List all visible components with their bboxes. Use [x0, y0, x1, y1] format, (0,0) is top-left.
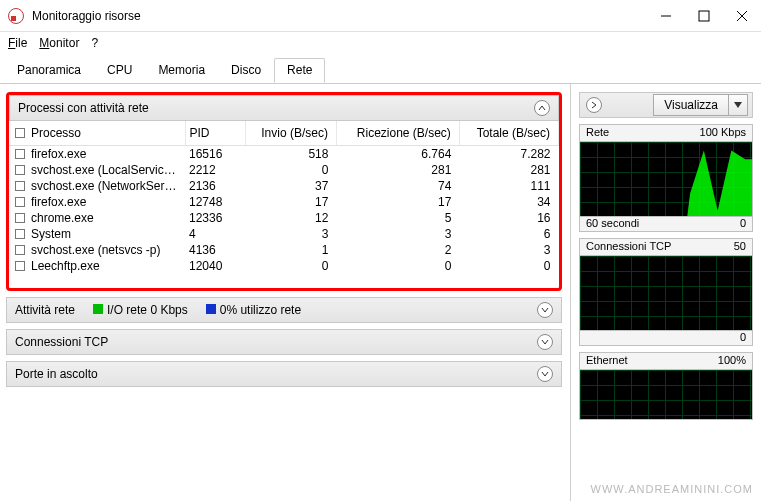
col-pid[interactable]: PID	[185, 121, 245, 146]
close-button[interactable]	[735, 9, 749, 23]
tab-memoria[interactable]: Memoria	[145, 58, 218, 83]
checkbox-icon[interactable]	[15, 149, 25, 159]
table-row[interactable]: firefox.exe12748171734	[9, 194, 559, 210]
table-row[interactable]: chrome.exe1233612516	[9, 210, 559, 226]
chevron-up-icon[interactable]	[534, 100, 550, 116]
section-tcp-title: Connessioni TCP	[15, 335, 108, 349]
io-swatch-icon	[93, 304, 103, 314]
checkbox-icon[interactable]	[15, 197, 25, 207]
menu-help[interactable]: ?	[91, 36, 98, 50]
checkbox-icon[interactable]	[15, 245, 25, 255]
chevron-down-icon[interactable]	[537, 366, 553, 382]
col-total[interactable]: Totale (B/sec)	[459, 121, 558, 146]
table-row[interactable]: System4336	[9, 226, 559, 242]
chart-rete: Rete100 Kbps 60 secondi0	[579, 124, 753, 232]
checkbox-icon[interactable]	[15, 213, 25, 223]
section-listen[interactable]: Porte in ascolto	[6, 361, 562, 387]
process-table: Processo PID Invio (B/sec) Ricezione (B/…	[9, 121, 559, 274]
col-recv[interactable]: Ricezione (B/sec)	[336, 121, 459, 146]
tab-disco[interactable]: Disco	[218, 58, 274, 83]
tab-panoramica[interactable]: Panoramica	[4, 58, 94, 83]
app-icon	[8, 8, 24, 24]
checkbox-icon[interactable]	[15, 165, 25, 175]
tab-bar: Panoramica CPU Memoria Disco Rete	[0, 54, 761, 84]
maximize-button[interactable]	[697, 9, 711, 23]
svg-marker-4	[734, 102, 742, 108]
svg-rect-1	[699, 11, 709, 21]
right-header: Visualizza	[579, 92, 753, 118]
chevron-down-icon[interactable]	[537, 334, 553, 350]
title-bar: Monitoraggio risorse	[0, 0, 761, 32]
table-row[interactable]: svchost.exe (netsvcs -p)4136123	[9, 242, 559, 258]
section-processes-title: Processi con attività rete	[18, 101, 149, 115]
table-row[interactable]: firefox.exe165165186.7647.282	[9, 146, 559, 163]
col-process[interactable]: Processo	[9, 121, 185, 146]
section-network-activity[interactable]: Attività rete I/O rete 0 Kbps 0% utilizz…	[6, 297, 562, 323]
window-title: Monitoraggio risorse	[32, 9, 141, 23]
section-processes-header[interactable]: Processi con attività rete	[9, 95, 559, 121]
checkbox-icon[interactable]	[15, 261, 25, 271]
tab-rete[interactable]: Rete	[274, 58, 325, 83]
checkbox-icon[interactable]	[15, 229, 25, 239]
visualize-button[interactable]: Visualizza	[653, 94, 748, 116]
highlight-box: Processi con attività rete Processo PID …	[6, 92, 562, 291]
chart-ethernet: Ethernet100%	[579, 352, 753, 420]
menu-file[interactable]: File	[8, 36, 27, 50]
chart-tcp: Connessioni TCP50 0	[579, 238, 753, 346]
collapse-right-icon[interactable]	[586, 97, 602, 113]
section-tcp[interactable]: Connessioni TCP	[6, 329, 562, 355]
svg-marker-5	[580, 151, 752, 216]
util-swatch-icon	[206, 304, 216, 314]
dropdown-icon[interactable]	[728, 95, 747, 115]
menu-monitor[interactable]: Monitor	[39, 36, 79, 50]
col-send[interactable]: Invio (B/sec)	[245, 121, 336, 146]
checkbox-icon[interactable]	[15, 181, 25, 191]
menu-bar: File Monitor ?	[0, 32, 761, 54]
section-network-activity-title: Attività rete	[15, 303, 75, 317]
watermark: WWW.ANDREAMININI.COM	[591, 483, 753, 495]
chevron-down-icon[interactable]	[537, 302, 553, 318]
table-row[interactable]: Leechftp.exe12040000	[9, 258, 559, 274]
table-row[interactable]: svchost.exe (NetworkService...2136377411…	[9, 178, 559, 194]
minimize-button[interactable]	[659, 9, 673, 23]
tab-cpu[interactable]: CPU	[94, 58, 145, 83]
checkbox-all-icon[interactable]	[15, 128, 25, 138]
table-row[interactable]: svchost.exe (LocalServiceAn...2212028128…	[9, 162, 559, 178]
section-listen-title: Porte in ascolto	[15, 367, 98, 381]
